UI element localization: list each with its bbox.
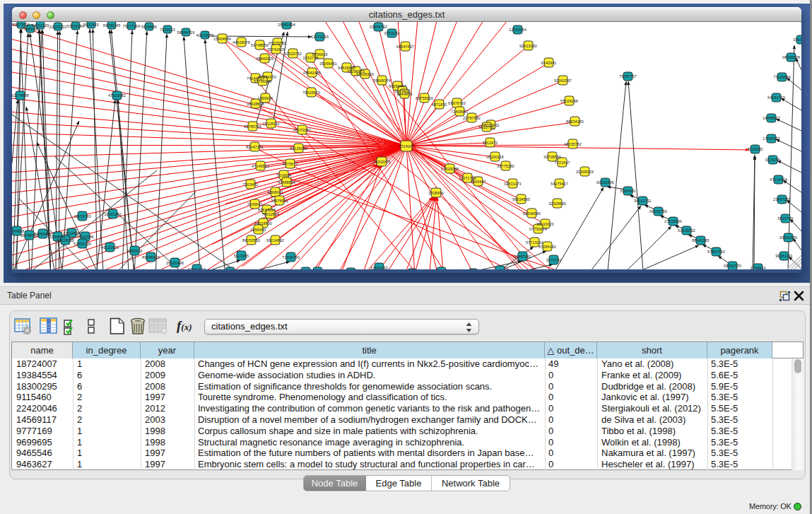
svg-text:00487681: 00487681 [514,255,531,259]
svg-text:5622415: 5622415 [83,23,99,27]
svg-text:32309640: 32309640 [548,201,566,206]
svg-text:08941488: 08941488 [303,71,321,75]
svg-text:91506159: 91506159 [356,72,374,76]
svg-text:88934183: 88934183 [566,119,584,124]
svg-text:48235762: 48235762 [564,142,582,146]
svg-text:30976522: 30976522 [271,199,288,203]
svg-text:80755920: 80755920 [416,96,433,100]
svg-text:06628395: 06628395 [57,238,74,243]
svg-text:99903066: 99903066 [491,269,509,270]
svg-text:26021498: 26021498 [166,261,184,265]
svg-text:5608656: 5608656 [141,25,157,29]
svg-text:53832364: 53832364 [67,24,85,28]
svg-text:52174888: 52174888 [12,93,29,98]
svg-text:63591510: 63591510 [188,267,206,270]
svg-text:0115255: 0115255 [765,158,780,162]
svg-text:3912472: 3912472 [483,141,498,145]
svg-text:08062370: 08062370 [724,264,741,268]
svg-text:47146522: 47146522 [252,164,269,168]
svg-text:9375673: 9375673 [283,162,298,166]
svg-text:6568042: 6568042 [268,190,283,194]
svg-text:23497292: 23497292 [773,197,791,201]
svg-text:8215935: 8215935 [748,147,763,151]
svg-text:35056461: 35056461 [319,62,337,66]
svg-text:03954762: 03954762 [370,25,387,29]
svg-text:89346419: 89346419 [142,255,160,259]
svg-text:10321152: 10321152 [104,212,121,216]
svg-text:77115984: 77115984 [773,75,790,79]
svg-text:12652064: 12652064 [509,28,526,32]
svg-text:12472019: 12472019 [311,35,329,39]
svg-text:67284142: 67284142 [539,245,556,249]
svg-text:49840329: 49840329 [256,57,273,61]
svg-text:05190118: 05190118 [486,155,503,159]
svg-text:5810709: 5810709 [778,216,794,221]
svg-text:60547427: 60547427 [396,45,414,49]
svg-text:0363893: 0363893 [794,37,801,42]
svg-text:0244859: 0244859 [397,92,413,96]
svg-text:07750674: 07750674 [529,227,547,231]
svg-text:0256490: 0256490 [251,228,266,232]
svg-text:64291703: 64291703 [767,95,785,100]
svg-text:71368760: 71368760 [282,255,300,259]
svg-text:07620088: 07620088 [441,167,459,171]
svg-text:54748554: 54748554 [251,43,269,47]
svg-text:1938454: 1938454 [428,191,444,195]
svg-text:00328638: 00328638 [247,102,264,106]
svg-text:15904584: 15904584 [213,37,231,41]
svg-text:76012614: 76012614 [261,212,279,216]
svg-text:99095145: 99095145 [103,23,121,28]
svg-text:64262129: 64262129 [32,23,49,28]
svg-text:4871830: 4871830 [432,103,447,107]
svg-text:88141165: 88141165 [692,238,709,243]
svg-text:92621930: 92621930 [519,44,537,48]
svg-text:54012711: 54012711 [634,199,651,203]
svg-text:96270287: 96270287 [293,128,311,132]
svg-text:66299447: 66299447 [389,84,406,88]
svg-text:54275417: 54275417 [551,182,568,186]
svg-text:06230759: 06230759 [649,209,667,214]
svg-text:15118291: 15118291 [262,122,279,126]
svg-text:59666374: 59666374 [373,78,391,83]
svg-text:60252436: 60252436 [596,180,614,185]
svg-text:3370781: 3370781 [546,258,562,262]
svg-text:08306508: 08306508 [782,55,800,59]
svg-text:35741629: 35741629 [267,47,285,52]
svg-text:1724007: 1724007 [399,144,414,148]
svg-text:69976763: 69976763 [448,101,466,105]
svg-text:5616701: 5616701 [479,125,495,129]
svg-text:25481454: 25481454 [278,23,295,27]
svg-text:57897392: 57897392 [707,250,725,254]
svg-text:43488535: 43488535 [278,180,295,185]
svg-text:44529078: 44529078 [233,40,250,45]
svg-text:30705550: 30705550 [543,155,561,159]
svg-text:7200641: 7200641 [247,202,263,206]
svg-text:54018800: 54018800 [254,221,272,226]
svg-text:55024298: 55024298 [560,99,578,103]
svg-text:61425532: 61425532 [678,228,695,233]
svg-text:36775180: 36775180 [497,164,514,168]
svg-text:90785769: 90785769 [244,124,261,129]
svg-text:92061597: 92061597 [554,78,572,83]
svg-text:47621682: 47621682 [108,93,126,98]
svg-text:22787582: 22787582 [463,116,481,120]
svg-text:49121623: 49121623 [101,245,119,250]
svg-text:6140991: 6140991 [541,61,557,65]
svg-text:58584719: 58584719 [177,30,195,35]
svg-text:20309319: 20309319 [576,170,594,174]
svg-text:18485627: 18485627 [763,116,780,120]
svg-text:79287757: 79287757 [619,74,637,78]
svg-text:7600467: 7600467 [471,180,486,184]
svg-text:7316934: 7316934 [276,173,292,177]
svg-text:51853134: 51853134 [73,242,91,246]
svg-text:00961689: 00961689 [779,235,797,240]
svg-text:78113586: 78113586 [76,235,93,239]
svg-text:71406947: 71406947 [451,110,469,114]
svg-text:82047381: 82047381 [246,145,264,149]
svg-text:99381191: 99381191 [775,254,792,258]
svg-text:47214404: 47214404 [770,177,787,182]
svg-text:26110023: 26110023 [536,222,553,226]
svg-text:96534595: 96534595 [512,197,530,201]
svg-text:0753292: 0753292 [384,31,400,35]
svg-text:1748814: 1748814 [751,266,766,269]
